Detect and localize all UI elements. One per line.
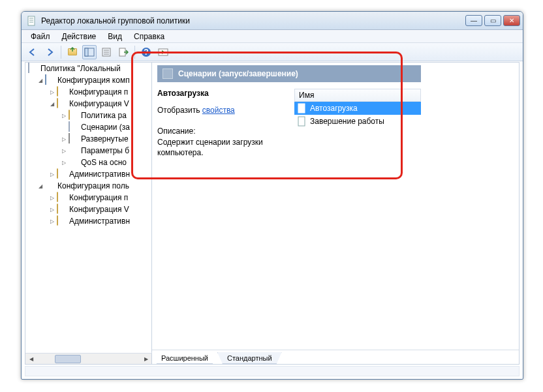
- show-tree-button[interactable]: [82, 45, 97, 59]
- menu-help[interactable]: Справка: [129, 31, 170, 42]
- content-tabs: Расширенный Стандартный: [152, 350, 519, 364]
- collapse-icon[interactable]: ◢: [37, 77, 44, 83]
- tree-windows-settings[interactable]: ◢Конфигурация V: [46, 98, 151, 110]
- svg-rect-5: [85, 48, 88, 56]
- scroll-right-icon[interactable]: ▶: [140, 354, 151, 365]
- tree-qos[interactable]: ▷QoS на осно: [58, 157, 151, 168]
- collapse-icon[interactable]: ◢: [37, 183, 44, 189]
- expand-icon[interactable]: ▷: [61, 136, 67, 142]
- expand-icon[interactable]: ▷: [61, 112, 67, 119]
- menubar: Файл Действие Вид Справка: [22, 30, 523, 43]
- tree-software-settings[interactable]: ▷Конфигурация п: [46, 86, 151, 98]
- description-text: Содержит сценарии загрузки компьютера.: [157, 137, 288, 158]
- scroll-left-icon[interactable]: ◀: [25, 354, 37, 365]
- description-label: Описание:: [157, 127, 288, 136]
- expand-icon[interactable]: ▷: [49, 194, 55, 201]
- help-button[interactable]: ?: [139, 45, 153, 59]
- back-button[interactable]: [25, 45, 40, 59]
- window-title: Редактор локальной групповой политики: [41, 16, 465, 25]
- app-window: Редактор локальной групповой политики — …: [21, 11, 523, 380]
- list-item[interactable]: Завершение работы: [294, 115, 421, 128]
- run-button[interactable]: [156, 45, 170, 59]
- tree-params-b[interactable]: ▷Параметры б: [58, 145, 151, 157]
- properties-link[interactable]: свойства: [202, 106, 235, 115]
- list-item[interactable]: Автозагрузка: [294, 102, 421, 115]
- up-folder-button[interactable]: [65, 45, 80, 59]
- export-button[interactable]: [116, 45, 131, 59]
- svg-rect-15: [298, 117, 305, 126]
- maximize-button[interactable]: ▭: [484, 15, 501, 26]
- script-icon: [297, 103, 307, 113]
- minimize-button[interactable]: —: [465, 15, 482, 26]
- menu-file[interactable]: Файл: [25, 31, 55, 42]
- menu-action[interactable]: Действие: [57, 31, 102, 42]
- tree-deployed[interactable]: ▷Развернутые: [58, 133, 151, 145]
- tree-admin-templates[interactable]: ▷Административн: [46, 168, 151, 180]
- tree-policy-ra[interactable]: ▷Политика ра: [58, 110, 151, 121]
- scripts-icon: [163, 68, 173, 79]
- expand-icon[interactable]: ▷: [49, 218, 55, 224]
- properties-button[interactable]: [99, 45, 114, 59]
- expand-icon[interactable]: ▷: [49, 206, 55, 213]
- tree-user-config[interactable]: ◢Конфигурация поль: [35, 180, 151, 192]
- svg-rect-14: [298, 104, 305, 113]
- column-header-name[interactable]: Имя: [294, 89, 421, 102]
- tab-extended[interactable]: Расширенный: [151, 352, 218, 364]
- tree-computer-config[interactable]: ◢Конфигурация комп: [35, 74, 151, 86]
- list-item-label: Автозагрузка: [310, 104, 358, 113]
- expand-icon[interactable]: ▷: [49, 171, 55, 177]
- app-icon: [27, 16, 37, 26]
- toolbar: ?: [22, 43, 523, 61]
- tree-scenarios[interactable]: Сценарии (за: [58, 121, 151, 133]
- details-title: Автозагрузка: [157, 89, 288, 98]
- svg-text:?: ?: [144, 48, 148, 57]
- content-panel: Сценарии (запуск/завершение) Автозагрузк…: [152, 63, 519, 364]
- svg-rect-0: [28, 16, 35, 25]
- close-button[interactable]: ✕: [503, 15, 520, 26]
- details-pane: Автозагрузка Отобразить свойства Описани…: [157, 89, 288, 158]
- content-header: Сценарии (запуск/завершение): [157, 65, 421, 82]
- expand-icon[interactable]: ▷: [61, 159, 67, 166]
- expand-icon[interactable]: ▷: [61, 147, 67, 154]
- titlebar[interactable]: Редактор локальной групповой политики — …: [22, 12, 523, 30]
- tab-standard[interactable]: Стандартный: [217, 352, 282, 364]
- scrollbar-thumb[interactable]: [55, 355, 81, 363]
- collapse-icon[interactable]: ◢: [49, 100, 55, 107]
- content-header-title: Сценарии (запуск/завершение): [178, 69, 298, 78]
- tree-user-admin-templates[interactable]: ▷Административн: [46, 215, 151, 227]
- list-item-label: Завершение работы: [310, 117, 384, 126]
- tree-user-windows-settings[interactable]: ▷Конфигурация V: [46, 204, 151, 215]
- statusbar: [25, 366, 520, 376]
- list-pane: Имя АвтозагрузкаЗавершение работы: [294, 89, 421, 128]
- tree-panel: Политика "Локальный ◢Конфигурация комп ▷…: [25, 63, 152, 364]
- properties-line: Отобразить свойства: [157, 106, 288, 115]
- tree-horizontal-scrollbar[interactable]: ◀ ▶: [25, 353, 151, 364]
- expand-icon[interactable]: ▷: [49, 89, 55, 95]
- script-icon: [297, 116, 307, 127]
- tree-root-label: Политика "Локальный: [40, 64, 121, 73]
- tree-root[interactable]: Политика "Локальный: [25, 63, 151, 74]
- menu-view[interactable]: Вид: [102, 31, 127, 42]
- forward-button[interactable]: [42, 45, 57, 59]
- tree-user-software-settings[interactable]: ▷Конфигурация п: [46, 192, 151, 204]
